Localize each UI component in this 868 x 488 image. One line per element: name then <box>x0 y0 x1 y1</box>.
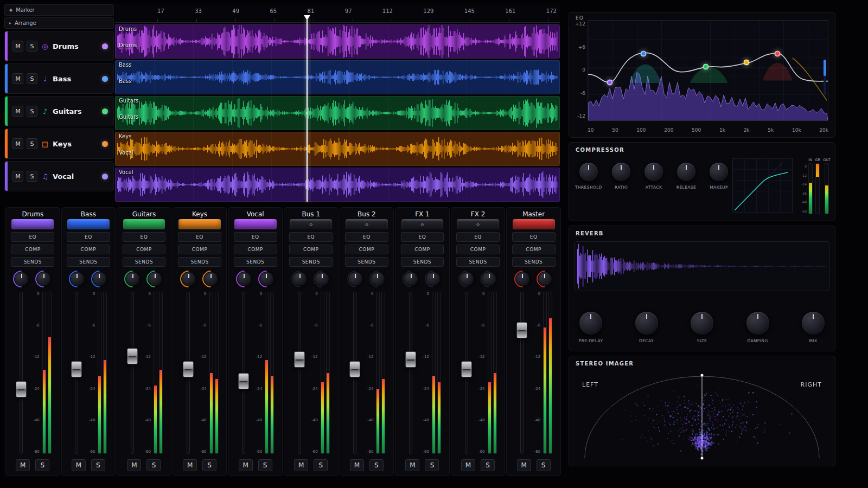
eq-button[interactable]: EQ <box>289 232 333 242</box>
comp-button[interactable]: COMP <box>456 245 500 254</box>
track-row[interactable]: M S ♩ Bass <box>4 63 114 94</box>
knob-dial[interactable] <box>746 311 770 335</box>
track-lane[interactable]: Keys Vocal <box>115 132 560 166</box>
pan-knob[interactable] <box>292 272 307 286</box>
record-arm-dot[interactable] <box>102 108 108 114</box>
channel-mute-button[interactable]: M <box>239 459 253 471</box>
channel-solo-button[interactable]: S <box>425 459 439 471</box>
track-mute-button[interactable]: M <box>12 138 23 149</box>
volume-fader[interactable] <box>181 291 195 455</box>
eq-graph[interactable] <box>588 20 828 121</box>
eq-button[interactable]: EQ <box>234 232 277 242</box>
eq-band-node[interactable] <box>775 50 781 56</box>
reverb-knob[interactable]: DAMPING <box>745 311 771 343</box>
track-solo-button[interactable]: S <box>27 41 37 52</box>
comp-button[interactable]: COMP <box>178 245 221 254</box>
track-row[interactable]: M S ◎ Drums <box>4 31 114 61</box>
reverb-knob[interactable]: MIX <box>800 311 826 343</box>
timeline-ruler[interactable]: 173349658197112129145161172 <box>115 4 560 23</box>
comp-button[interactable]: COMP <box>67 245 110 254</box>
comp-button[interactable]: COMP <box>512 245 556 254</box>
channel-solo-button[interactable]: S <box>369 459 384 471</box>
knob-dial[interactable] <box>579 311 603 335</box>
reverb-knob[interactable]: SIZE <box>689 311 715 343</box>
pan-knob[interactable] <box>404 272 418 286</box>
sends-button[interactable]: SENDS <box>401 257 444 267</box>
gain-knob[interactable] <box>371 272 385 286</box>
knob-dial[interactable] <box>709 162 729 182</box>
gain-knob[interactable] <box>148 272 162 286</box>
sends-button[interactable]: SENDS <box>123 257 166 267</box>
channel-mute-button[interactable]: M <box>72 459 86 471</box>
track-lane[interactable]: Vocal <box>115 168 560 202</box>
channel-mute-button[interactable]: M <box>461 459 475 471</box>
pan-knob[interactable] <box>70 272 85 286</box>
sends-button[interactable]: SENDS <box>289 257 333 267</box>
eq-button[interactable]: EQ <box>345 232 388 242</box>
fader-handle[interactable] <box>461 361 472 377</box>
eq-band-node[interactable] <box>607 80 612 86</box>
channel-solo-button[interactable]: S <box>314 459 328 471</box>
channel-solo-button[interactable]: S <box>537 459 551 471</box>
eq-band-node[interactable] <box>703 63 709 69</box>
pan-knob[interactable] <box>125 272 140 286</box>
channel-color-cap[interactable]: ◇ <box>457 219 499 229</box>
eq-button[interactable]: EQ <box>512 232 556 242</box>
fader-handle[interactable] <box>516 322 527 338</box>
reverb-knob[interactable]: DECAY <box>634 311 660 343</box>
channel-mute-button[interactable]: M <box>16 459 30 471</box>
channel-color-cap[interactable]: ◇ <box>401 219 444 229</box>
channel-color-cap[interactable] <box>11 219 54 229</box>
track-mute-button[interactable]: M <box>12 41 23 52</box>
record-arm-dot[interactable] <box>102 141 108 147</box>
knob-dial[interactable] <box>690 311 714 335</box>
reverb-knob[interactable]: PRE-DELAY <box>578 311 604 343</box>
comp-button[interactable]: COMP <box>234 245 277 254</box>
gain-knob[interactable] <box>92 272 107 286</box>
eq-gain-slider[interactable] <box>824 60 826 95</box>
track-lane[interactable]: Drums Drums <box>115 24 560 59</box>
eq-band-node[interactable] <box>640 50 646 56</box>
sends-button[interactable]: SENDS <box>11 257 54 267</box>
fader-handle[interactable] <box>71 361 82 377</box>
track-mute-button[interactable]: M <box>12 106 23 117</box>
pan-knob[interactable] <box>515 272 530 286</box>
track-solo-button[interactable]: S <box>27 171 37 182</box>
record-arm-dot[interactable] <box>102 76 108 82</box>
pan-knob[interactable] <box>181 272 196 286</box>
volume-fader[interactable] <box>459 291 474 455</box>
knob-dial[interactable] <box>635 311 659 335</box>
channel-solo-button[interactable]: S <box>481 459 495 471</box>
channel-color-cap[interactable]: ◇ <box>290 219 332 229</box>
channel-color-cap[interactable] <box>234 219 277 229</box>
channel-mute-button[interactable]: M <box>350 459 364 471</box>
gain-knob[interactable] <box>36 272 51 286</box>
channel-color-cap[interactable]: ◇ <box>346 219 388 229</box>
eq-button[interactable]: EQ <box>11 232 54 242</box>
volume-fader[interactable] <box>69 291 84 455</box>
comp-button[interactable]: COMP <box>345 245 388 254</box>
channel-solo-button[interactable]: S <box>35 459 49 471</box>
track-row[interactable]: M S ♪ Guitars <box>4 96 114 126</box>
channel-mute-button[interactable]: M <box>517 459 531 471</box>
channel-color-cap[interactable] <box>67 219 110 229</box>
record-arm-dot[interactable] <box>102 174 108 179</box>
channel-mute-button[interactable]: M <box>183 459 197 471</box>
fader-handle[interactable] <box>405 351 416 368</box>
comp-button[interactable]: COMP <box>401 245 444 254</box>
channel-mute-button[interactable]: M <box>127 459 141 471</box>
track-solo-button[interactable]: S <box>27 106 37 117</box>
track-mute-button[interactable]: M <box>12 171 23 182</box>
comp-button[interactable]: COMP <box>11 245 54 254</box>
pan-knob[interactable] <box>14 272 29 286</box>
fader-handle[interactable] <box>349 361 360 377</box>
gain-knob[interactable] <box>315 272 329 286</box>
channel-color-cap[interactable] <box>178 219 221 229</box>
knob-dial[interactable] <box>644 162 663 182</box>
volume-fader[interactable] <box>292 291 307 455</box>
gain-knob[interactable] <box>259 272 274 286</box>
channel-solo-button[interactable]: S <box>91 459 105 471</box>
sends-button[interactable]: SENDS <box>456 257 500 267</box>
fader-handle[interactable] <box>294 351 305 368</box>
track-lane[interactable]: Bass Bass <box>115 60 560 94</box>
